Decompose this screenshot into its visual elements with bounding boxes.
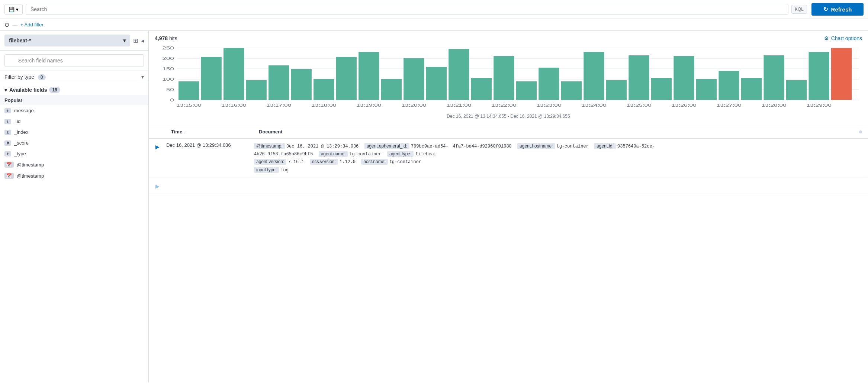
field-name-score: _score <box>14 140 29 146</box>
svg-rect-17 <box>291 69 312 100</box>
svg-text:13:24:00: 13:24:00 <box>581 103 606 107</box>
index-pattern-selector[interactable]: filebeat-* ▾ <box>4 35 130 46</box>
field-key-agent-version: agent.version: <box>254 159 286 165</box>
svg-rect-27 <box>516 81 537 100</box>
svg-rect-41 <box>831 48 852 100</box>
field-item-index[interactable]: t _index <box>0 127 148 138</box>
field-key-ecs-version: ecs.version: <box>310 159 338 165</box>
chart-options-button[interactable]: ⚙ Chart options <box>824 35 862 41</box>
table-header: Time ↓ Document <box>149 125 868 139</box>
available-fields-toggle[interactable]: ▾ Available fields 18 <box>4 87 60 93</box>
field-value-agent-id: 0357640a-52ce- <box>617 144 655 149</box>
svg-rect-25 <box>471 78 492 100</box>
search-fields-container: 🔍 <box>4 54 144 67</box>
field-key-hostname: agent.hostname: <box>517 143 555 149</box>
top-bar: 💾 ▾ KQL ↻ Refresh <box>0 0 868 19</box>
field-name-id: _id <box>14 119 20 124</box>
filter-icon-button[interactable]: ⊙ <box>4 21 9 28</box>
svg-text:13:28:00: 13:28:00 <box>761 103 786 107</box>
col-time-header[interactable]: Time ↓ <box>171 129 253 135</box>
svg-rect-13 <box>201 57 221 100</box>
svg-text:0: 0 <box>170 98 174 102</box>
refresh-icon: ↻ <box>823 6 828 13</box>
svg-rect-19 <box>336 57 357 100</box>
chevron-down-fields-icon: ▾ <box>4 87 7 93</box>
svg-rect-16 <box>269 65 289 100</box>
field-name-type: _type <box>14 151 26 156</box>
col-doc-header: Document <box>259 129 853 135</box>
expand-row-button[interactable]: ▶ <box>155 143 160 151</box>
field-type-hash-icon: # <box>4 140 11 146</box>
add-filter-button[interactable]: + Add filter <box>20 22 44 28</box>
row-time-value: Dec 16, 2021 @ 13:29:34.036 <box>166 142 248 148</box>
search-fields-wrapper: 🔍 <box>0 51 148 71</box>
filter-bar: ⊙ — + Add filter <box>0 19 868 31</box>
grid-icon[interactable]: ⊞ <box>133 37 138 44</box>
svg-text:13:18:00: 13:18:00 <box>311 103 336 107</box>
svg-text:13:17:00: 13:17:00 <box>266 103 291 107</box>
svg-rect-40 <box>808 52 829 100</box>
field-key-agent-type: agent.type: <box>387 151 414 157</box>
field-value-agent-version: 7.16.1 <box>288 159 306 165</box>
row-document-value: @timestamp:Dec 16, 2021 @ 13:29:34.036 a… <box>254 142 862 174</box>
field-type-calendar-icon: 📅 <box>4 162 14 168</box>
refresh-button[interactable]: ↻ Refresh <box>811 3 864 16</box>
svg-rect-20 <box>359 52 379 100</box>
field-value-host-name: tg-container <box>389 159 421 165</box>
field-item-timestamp-2[interactable]: 📅 @timestamp <box>0 170 148 181</box>
search-input[interactable] <box>30 6 784 12</box>
svg-rect-15 <box>246 80 267 100</box>
field-name-message: message <box>14 108 34 113</box>
field-key-timestamp: @timestamp: <box>254 143 285 149</box>
filter-type-count: 0 <box>38 74 46 80</box>
svg-text:13:15:00: 13:15:00 <box>176 103 201 107</box>
index-pattern-label: filebeat-* <box>9 38 31 43</box>
svg-rect-29 <box>561 81 582 100</box>
svg-text:50: 50 <box>166 87 174 92</box>
svg-text:250: 250 <box>162 46 174 50</box>
svg-rect-38 <box>763 55 784 100</box>
field-item-timestamp-1[interactable]: 📅 @timestamp <box>0 159 148 170</box>
svg-rect-34 <box>673 56 694 100</box>
sidebar: filebeat-* ▾ ⊞ ◂ 🔍 Filter by type 0 ▾ ▾ … <box>0 31 149 382</box>
expand-row-button-2[interactable]: ▶ <box>155 182 160 190</box>
field-type-t-icon: t <box>4 108 11 113</box>
svg-text:13:29:00: 13:29:00 <box>807 103 832 107</box>
table-row-2: ▶ <box>149 178 868 194</box>
dot-indicator <box>859 130 862 133</box>
field-name-timestamp-1: @timestamp <box>17 162 44 168</box>
sort-arrow-icon: ↓ <box>184 129 186 135</box>
svg-rect-30 <box>584 52 604 100</box>
field-item-id[interactable]: t _id <box>0 116 148 127</box>
svg-rect-14 <box>224 48 244 100</box>
svg-rect-24 <box>449 49 469 100</box>
svg-text:13:22:00: 13:22:00 <box>491 103 516 107</box>
available-fields-header: ▾ Available fields 18 <box>0 83 148 95</box>
table-row: ▶ Dec 16, 2021 @ 13:29:34.036 @timestamp… <box>149 139 868 178</box>
field-value-timestamp: Dec 16, 2021 @ 13:29:34.036 <box>286 144 361 149</box>
field-item-type[interactable]: t _type <box>0 148 148 159</box>
chevron-down-icon: ▾ <box>123 38 126 43</box>
field-type-calendar-icon: 📅 <box>4 173 14 179</box>
search-fields-input[interactable] <box>4 54 144 67</box>
field-value-ecs-version: 1.12.0 <box>340 159 358 165</box>
field-key-input-type: input.type: <box>254 167 279 173</box>
filter-type-chevron[interactable]: ▾ <box>141 74 144 80</box>
filter-type-row: Filter by type 0 ▾ <box>0 71 148 83</box>
svg-text:13:25:00: 13:25:00 <box>626 103 651 107</box>
results-table: Time ↓ Document ▶ Dec 16, 2021 @ 13:29:3… <box>149 125 868 382</box>
field-key-ephemeral-id: agent.ephemeral_id: <box>364 143 409 149</box>
field-item-message[interactable]: t message <box>0 105 148 116</box>
svg-rect-36 <box>718 71 739 100</box>
field-value-ephemeral-id-2: 4fa7-be44-d92960f01980 <box>453 144 514 149</box>
filter-type-label: Filter by type 0 <box>4 74 46 80</box>
svg-rect-31 <box>606 80 627 100</box>
svg-text:100: 100 <box>162 77 174 81</box>
field-name-timestamp-2: @timestamp <box>17 173 44 179</box>
svg-rect-21 <box>381 79 402 100</box>
save-button[interactable]: 💾 ▾ <box>4 4 23 15</box>
search-bar[interactable] <box>26 4 788 15</box>
collapse-sidebar-icon[interactable]: ◂ <box>141 37 144 44</box>
svg-text:13:20:00: 13:20:00 <box>401 103 426 107</box>
field-item-score[interactable]: # _score <box>0 138 148 148</box>
